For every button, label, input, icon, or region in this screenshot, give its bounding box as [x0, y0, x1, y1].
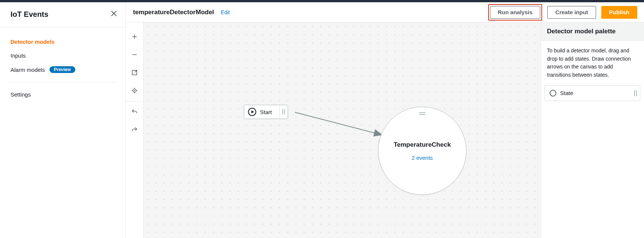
- sidebar-item-alarm-models[interactable]: Alarm models Preview: [0, 62, 125, 77]
- nav-divider: [7, 82, 118, 82]
- undo-button[interactable]: [126, 103, 143, 121]
- redo-icon: [131, 126, 138, 133]
- svg-point-2: [134, 90, 135, 91]
- create-input-button[interactable]: Create input: [547, 6, 596, 19]
- plus-icon: [131, 33, 138, 40]
- app-root: IoT Events Detector models Inputs Alarm …: [0, 2, 644, 238]
- start-label: Start: [258, 109, 277, 115]
- zoom-in-button[interactable]: [126, 28, 143, 46]
- palette-state-item[interactable]: State: [545, 85, 640, 101]
- canvas[interactable]: Start: [143, 22, 541, 238]
- publish-button[interactable]: Publish: [601, 6, 637, 19]
- canvas-toolbar: [126, 22, 143, 238]
- state-node[interactable]: TemperatureCheck 2 events: [378, 107, 466, 195]
- sidebar-item-detector-models[interactable]: Detector models: [0, 35, 125, 49]
- canvas-wrap: Start: [143, 22, 541, 238]
- drag-handle-icon[interactable]: [419, 112, 425, 115]
- minus-icon: [131, 51, 138, 58]
- sidebar-header: IoT Events: [0, 2, 125, 27]
- start-node[interactable]: Start: [244, 105, 288, 119]
- editor-row: Start: [126, 22, 644, 238]
- sidebar-item-inputs[interactable]: Inputs: [0, 49, 125, 62]
- zoom-out-button[interactable]: [126, 46, 143, 64]
- nav-label: Inputs: [10, 52, 26, 59]
- sidebar-title: IoT Events: [10, 10, 48, 19]
- palette-description: To build a detector model, drag and drop…: [541, 41, 644, 79]
- run-analysis-button[interactable]: Run analysis: [490, 6, 541, 19]
- redo-button[interactable]: [126, 121, 143, 139]
- editor-topbar: temperatureDetectorModel Edit Run analys…: [126, 2, 644, 22]
- state-events-link[interactable]: 2 events: [412, 155, 433, 161]
- close-icon[interactable]: [110, 10, 118, 19]
- run-analysis-highlight: Run analysis: [488, 4, 542, 21]
- right-palette: Detector model palette To build a detect…: [541, 22, 644, 238]
- nav-label: Alarm models: [10, 67, 45, 73]
- fit-to-screen-button[interactable]: [126, 64, 143, 82]
- main-column: temperatureDetectorModel Edit Run analys…: [126, 2, 644, 238]
- crosshair-icon: [131, 87, 138, 94]
- nav-label: Settings: [10, 91, 31, 98]
- drag-handle-icon: [634, 90, 637, 96]
- center-button[interactable]: [126, 82, 143, 100]
- toolbar-divider: [126, 101, 143, 101]
- drag-handle-icon[interactable]: [282, 109, 285, 115]
- divider: [279, 105, 280, 119]
- play-icon: [248, 108, 256, 116]
- undo-icon: [131, 109, 138, 115]
- preview-badge: Preview: [49, 66, 75, 73]
- palette-header: Detector model palette: [541, 22, 644, 41]
- nav-label: Detector models: [10, 39, 55, 45]
- edit-name-link[interactable]: Edit: [221, 9, 230, 15]
- model-name: temperatureDetectorModel: [133, 9, 214, 16]
- palette-title: Detector model palette: [547, 28, 638, 35]
- fit-screen-icon: [131, 69, 138, 76]
- svg-line-4: [295, 112, 381, 135]
- palette-item-label: State: [560, 90, 573, 96]
- state-icon: [550, 90, 556, 97]
- sidebar-item-settings[interactable]: Settings: [0, 88, 125, 101]
- left-sidebar: IoT Events Detector models Inputs Alarm …: [0, 2, 126, 238]
- state-name: TemperatureCheck: [394, 141, 451, 149]
- sidebar-nav: Detector models Inputs Alarm models Prev…: [0, 27, 125, 101]
